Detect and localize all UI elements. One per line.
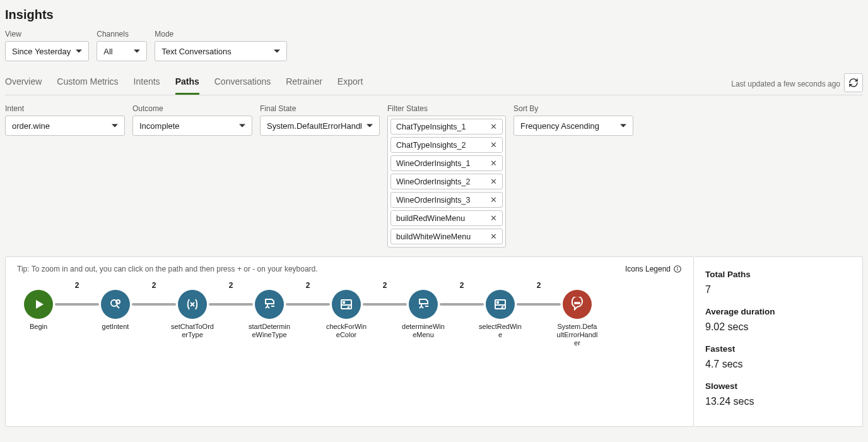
channels-select[interactable]: All: [97, 41, 147, 61]
close-icon[interactable]: ✕: [489, 195, 498, 205]
tab-row: OverviewCustom MetricsIntentsPathsConver…: [5, 73, 863, 95]
stat-label-total-paths: Total Paths: [705, 270, 851, 279]
svg-rect-10: [496, 301, 499, 304]
channels-label: Channels: [97, 30, 147, 39]
path-edge: 2: [137, 290, 171, 319]
svg-rect-7: [343, 301, 345, 304]
flow-icon: [409, 290, 438, 319]
path-node[interactable]: checkForWineColor: [325, 290, 368, 339]
path-node-label: getIntent: [102, 323, 129, 331]
stats-panel: Total Paths 7 Average duration 9.02 secs…: [694, 256, 863, 427]
filter-chip-label: WineOrderInsights_2: [396, 177, 470, 186]
path-edge: 2: [445, 290, 479, 319]
close-icon[interactable]: ✕: [489, 213, 498, 223]
outcome-label: Outcome: [132, 104, 252, 113]
path-node[interactable]: getIntent: [94, 290, 137, 331]
viz-tip-text: Tip: To zoom in and out, you can click o…: [17, 265, 318, 273]
intent-select[interactable]: order.wine: [5, 116, 125, 136]
stat-label-slowest: Slowest: [705, 381, 851, 391]
filter-chip-label: WineOrderInsights_1: [396, 159, 470, 168]
path-visualization-panel[interactable]: Tip: To zoom in and out, you can click o…: [5, 256, 694, 427]
sort-by-select[interactable]: Frequency Ascending: [513, 116, 633, 136]
tab-intents[interactable]: Intents: [134, 73, 160, 95]
filter-chip-label: ChatTypeInsights_1: [396, 122, 466, 131]
channels-select-value: All: [103, 47, 112, 56]
close-icon[interactable]: ✕: [489, 140, 498, 150]
path-node[interactable]: selectRedWine: [479, 290, 522, 339]
filter-chip-label: ChatTypeInsights_2: [396, 141, 466, 150]
path-edge-count: 2: [152, 281, 156, 290]
view-select-value: Since Yesterday: [12, 47, 71, 56]
path-node-label: setChatToOrderType: [171, 323, 214, 339]
stat-value-slowest: 13.24 secs: [705, 396, 851, 407]
path-edge: 2: [291, 290, 325, 319]
tab-overview[interactable]: Overview: [5, 73, 42, 95]
stat-label-average-duration: Average duration: [705, 307, 851, 316]
outcome-select[interactable]: Incomplete: [132, 116, 252, 136]
tab-custom-metrics[interactable]: Custom Metrics: [57, 73, 118, 95]
final-state-select-value: System.DefaultErrorHandle: [267, 121, 361, 131]
icons-legend-button[interactable]: Icons Legend: [625, 265, 682, 273]
card-icon: [486, 290, 515, 319]
path-node-label: Begin: [30, 323, 47, 331]
refresh-button[interactable]: [844, 73, 863, 92]
close-icon[interactable]: ✕: [489, 177, 498, 186]
filter-states-label: Filter States: [387, 104, 506, 113]
path-node[interactable]: Begin: [17, 290, 60, 331]
outcome-select-value: Incomplete: [139, 121, 180, 131]
filter-chip-label: buildWhiteWineMenu: [396, 232, 471, 241]
filter-chip: WineOrderInsights_1✕: [390, 155, 503, 171]
card-icon: [332, 290, 361, 319]
filter-chip-label: buildRedWineMenu: [396, 214, 465, 223]
path-edge: 2: [214, 290, 248, 319]
intent-label: Intent: [5, 104, 125, 113]
filter-chip: ChatTypeInsights_2✕: [390, 137, 503, 153]
refresh-icon: [848, 78, 859, 88]
final-state-label: Final State: [260, 104, 380, 113]
path-edge-count: 2: [306, 281, 310, 290]
mode-label: Mode: [155, 30, 287, 39]
close-icon[interactable]: ✕: [489, 158, 498, 168]
view-label: View: [5, 30, 89, 39]
path-node-label: selectRedWine: [479, 323, 522, 339]
path-node-label: determineWineMenu: [402, 323, 445, 339]
path-edge-count: 2: [537, 281, 541, 290]
tab-retrainer[interactable]: Retrainer: [286, 73, 322, 95]
info-icon: [673, 265, 682, 273]
mode-select-value: Text Conversations: [161, 47, 232, 56]
stat-label-fastest: Fastest: [705, 344, 851, 354]
close-icon[interactable]: ✕: [489, 232, 498, 241]
path-node[interactable]: setChatToOrderType: [171, 290, 214, 339]
path-edge: 2: [368, 290, 402, 319]
view-select[interactable]: Since Yesterday: [5, 41, 89, 61]
tab-paths[interactable]: Paths: [175, 73, 199, 95]
start-icon: [24, 290, 53, 319]
path-edge-count: 2: [229, 281, 233, 290]
svg-point-12: [578, 302, 580, 304]
last-updated-text: Last updated a few seconds ago: [731, 80, 840, 88]
tab-conversations[interactable]: Conversations: [214, 73, 271, 95]
svg-point-2: [677, 267, 678, 268]
stat-value-average-duration: 9.02 secs: [705, 321, 851, 333]
path-edge: 2: [522, 290, 556, 319]
tab-export[interactable]: Export: [337, 73, 363, 95]
filter-states-box[interactable]: ChatTypeInsights_1✕ChatTypeInsights_2✕Wi…: [387, 116, 506, 248]
mode-select[interactable]: Text Conversations: [155, 41, 287, 61]
sort-by-label: Sort By: [513, 104, 633, 113]
final-state-select[interactable]: System.DefaultErrorHandle: [260, 116, 380, 136]
path-edge-count: 2: [460, 281, 464, 290]
stat-value-fastest: 4.7 secs: [705, 359, 851, 370]
path-edge-count: 2: [383, 281, 387, 290]
filter-chip: WineOrderInsights_3✕: [390, 192, 503, 208]
path-node[interactable]: determineWineMenu: [402, 290, 445, 339]
filter-chip: WineOrderInsights_2✕: [390, 174, 503, 189]
path-node[interactable]: System.DefaultErrorHandler: [556, 290, 599, 348]
path-node-label: System.DefaultErrorHandler: [556, 323, 599, 348]
close-icon[interactable]: ✕: [489, 122, 498, 131]
path-edge-count: 2: [75, 281, 79, 290]
error-icon: [563, 290, 592, 319]
path-node[interactable]: startDetermineWineType: [248, 290, 291, 339]
filter-chip: buildRedWineMenu✕: [390, 210, 503, 226]
svg-point-4: [116, 300, 120, 304]
top-filters: View Since Yesterday Channels All Mode T…: [5, 30, 863, 61]
